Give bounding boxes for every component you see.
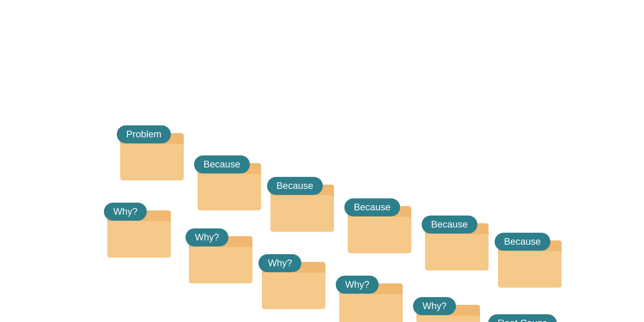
badge-1: Why? — [104, 203, 147, 221]
group-problem[interactable]: Problem — [120, 133, 184, 180]
envelope-8: Because — [425, 223, 488, 270]
badge-9: Why? — [413, 297, 456, 315]
group-because5[interactable]: Because — [425, 223, 488, 270]
envelope-body-3 — [189, 247, 252, 283]
group-why4[interactable]: Why? — [339, 283, 403, 322]
envelope-body-8 — [425, 234, 488, 270]
envelope-0: Problem — [120, 133, 184, 180]
envelope-7: Why? — [339, 283, 403, 322]
badge-4: Because — [267, 177, 323, 195]
group-why5[interactable]: Why? — [416, 305, 480, 322]
group-because4[interactable]: Because — [348, 206, 411, 253]
diagram-container: Problem Why? Because Why? — [0, 0, 644, 322]
badge-11: Root Cause — [488, 314, 557, 322]
envelope-5: Why? — [262, 262, 326, 309]
envelope-body-1 — [107, 221, 171, 258]
badge-8: Because — [422, 216, 477, 234]
badge-0: Problem — [117, 125, 171, 144]
group-why1[interactable]: Why? — [107, 210, 171, 258]
envelope-10: Because — [498, 240, 562, 288]
group-why2[interactable]: Why? — [189, 236, 252, 283]
envelope-2: Because — [198, 163, 261, 210]
group-why3[interactable]: Why? — [262, 262, 326, 309]
envelope-body-4 — [270, 195, 334, 232]
badge-2: Because — [194, 156, 250, 174]
badge-7: Why? — [336, 276, 379, 294]
group-because6[interactable]: Because — [498, 240, 562, 288]
group-because2[interactable]: Because — [198, 163, 261, 210]
envelope-body-2 — [198, 174, 261, 210]
badge-6: Because — [344, 198, 400, 216]
envelope-3: Why? — [189, 236, 252, 283]
envelope-6: Because — [348, 206, 411, 253]
envelope-body-9 — [416, 316, 480, 322]
group-because3[interactable]: Because — [270, 184, 334, 232]
envelope-body-5 — [262, 273, 326, 309]
envelope-9: Why? — [416, 305, 480, 322]
badge-10: Because — [494, 233, 550, 251]
badge-3: Why? — [186, 228, 228, 246]
envelope-body-10 — [498, 251, 562, 288]
envelope-body-6 — [348, 217, 411, 253]
envelope-body-0 — [120, 144, 184, 180]
envelope-1: Why? — [107, 210, 171, 258]
envelope-body-7 — [339, 294, 403, 322]
envelope-4: Because — [270, 184, 334, 232]
badge-5: Why? — [258, 254, 302, 272]
